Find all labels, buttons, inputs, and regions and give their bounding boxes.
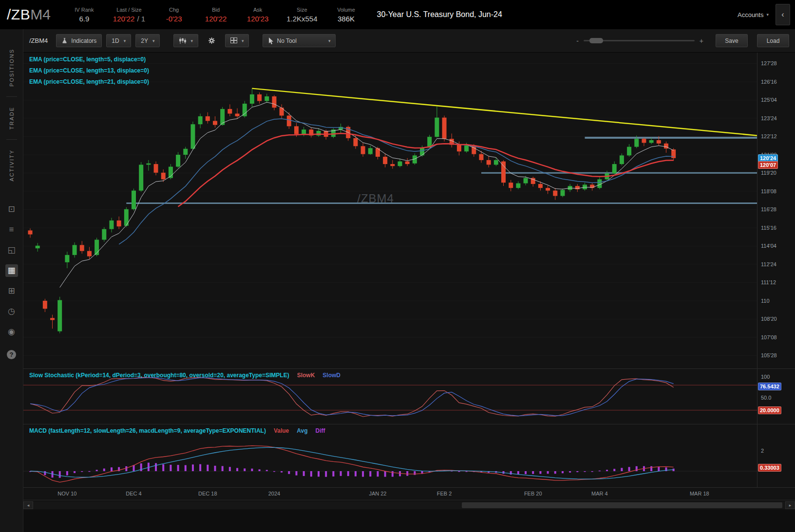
share-icon[interactable]: ◉ <box>5 326 18 338</box>
drawing-tool-dropdown[interactable]: No Tool ▾ <box>263 34 336 47</box>
axis-tick: 107'08 <box>761 334 777 340</box>
flexible-grid-icon[interactable]: ⊞ <box>5 285 18 297</box>
chevron-down-icon: ▾ <box>152 38 155 43</box>
scroll-left-icon[interactable]: ◂ <box>23 501 33 509</box>
chevron-down-icon: ▾ <box>190 38 193 43</box>
chart-panel: /ZBM4 Indicators 1D ▾ 2Y ▾ <box>23 29 795 532</box>
zoom-in-button[interactable]: + <box>700 37 703 45</box>
time-axis-label: 2024 <box>268 491 280 496</box>
macd-pane[interactable]: MACD (fastLength=12, slowLength=26, macd… <box>23 424 757 488</box>
help-icon[interactable]: ? <box>7 350 16 359</box>
divider <box>6 96 17 97</box>
stat-volume: Volume 386K <box>333 7 360 23</box>
sidebar-tab-trade[interactable]: TRADE <box>9 100 15 136</box>
stochastic-axis[interactable]: 10050.076.543220.0000 <box>757 369 795 424</box>
time-axis-label: NOV 10 <box>57 491 76 496</box>
chart-scrollbar[interactable]: ◂ ▸ <box>23 500 795 510</box>
stat-ask: Ask 120'23 <box>245 7 271 23</box>
positions-box-icon[interactable]: ◱ <box>5 244 18 257</box>
indicators-flask-icon <box>61 37 68 44</box>
time-axis-label: MAR 4 <box>591 491 608 496</box>
macd-axis[interactable]: 20.33003 <box>757 424 795 488</box>
orders-list-icon[interactable]: ≡ <box>5 223 18 236</box>
timeframe-dropdown[interactable]: 1D ▾ <box>106 34 131 47</box>
zoom-out-button[interactable]: - <box>576 37 579 45</box>
price-chart-canvas <box>23 53 757 368</box>
gear-icon <box>208 37 215 44</box>
symbol-month-code: M4 <box>30 6 51 23</box>
chart-symbol-label: /ZBM4 <box>29 37 48 44</box>
save-button[interactable]: Save <box>716 34 748 47</box>
stat-iv-rank: IV Rank 6.9 <box>71 7 97 23</box>
scrollbar-thumb[interactable] <box>462 502 782 508</box>
axis-tick: 116'28 <box>761 206 776 212</box>
history-clock-icon[interactable]: ◷ <box>5 305 18 318</box>
sidebar-tab-activity[interactable]: ACTIVITY <box>9 143 15 188</box>
time-axis-label: FEB 20 <box>524 491 542 496</box>
chart-toolbar: /ZBM4 Indicators 1D ▾ 2Y ▾ <box>23 29 795 53</box>
monitor-icon[interactable]: ⊡ <box>5 203 18 216</box>
time-axis-label: JAN 22 <box>369 491 386 496</box>
time-axis-label: MAR 18 <box>690 491 709 496</box>
stat-change: Chg -0'23 <box>161 7 187 23</box>
quote-header: /ZB M4 IV Rank 6.9 Last / Size 120'22 / … <box>0 0 795 29</box>
price-axis[interactable]: 127'28126'16125'04123'24122'12121'00119'… <box>757 53 795 369</box>
axis-tick: 123'24 <box>761 115 777 121</box>
stat-size: Size 1.2Kx554 <box>286 7 317 23</box>
grid-layout-dropdown[interactable]: ▾ <box>225 34 249 47</box>
axis-tick: 112'24 <box>761 261 776 267</box>
zoom-control: - + <box>576 37 703 45</box>
axis-tick: 114'04 <box>761 243 776 249</box>
chart-type-dropdown[interactable]: ▾ <box>173 34 198 47</box>
time-axis-label: DEC 4 <box>126 491 141 496</box>
chevron-down-icon: ▾ <box>766 12 769 17</box>
chart-settings-button[interactable] <box>203 34 221 47</box>
macd-canvas <box>23 424 757 487</box>
left-sidebar: POSITIONS TRADE ACTIVITY ⊡≡◱▦⊞◷◉ ? <box>0 29 23 532</box>
chevron-down-icon: ▾ <box>328 38 331 43</box>
accounts-menu[interactable]: Accounts ▾ <box>738 11 769 18</box>
price-pane[interactable]: EMA (price=CLOSE, length=5, displace=0) … <box>23 53 757 369</box>
stochastic-canvas <box>23 369 757 424</box>
stochastic-pane[interactable]: Slow Stochastic (kPeriod=14, dPeriod=3, … <box>23 369 757 424</box>
time-axis-label: DEC 18 <box>198 491 217 496</box>
axis-tick: 2 <box>761 448 764 454</box>
axis-tick: 108'20 <box>761 316 777 322</box>
axis-tick: 115'16 <box>761 225 776 231</box>
axis-price-bubble: 76.5432 <box>758 383 781 390</box>
axis-tick: 100 <box>761 374 770 380</box>
chevron-down-icon: ▾ <box>242 38 244 43</box>
divider <box>6 139 17 140</box>
chevron-left-icon: ‹ <box>781 10 784 19</box>
axis-tick: 110 <box>761 298 770 304</box>
axis-tick: 118'08 <box>761 188 776 194</box>
bottom-filler <box>23 510 795 532</box>
scroll-right-icon[interactable]: ▸ <box>785 501 795 509</box>
collapse-panel-button[interactable]: ‹ <box>776 4 790 25</box>
indicators-button[interactable]: Indicators <box>56 34 102 47</box>
stat-last-size: Last / Size 120'22 / 1 <box>113 7 145 23</box>
axis-tick: 105'28 <box>761 352 777 358</box>
axis-tick: 111'12 <box>761 279 776 285</box>
cursor-icon <box>268 37 273 44</box>
chart-icon[interactable]: ▦ <box>5 264 18 277</box>
grid-layout-icon <box>230 37 237 44</box>
axis-price-bubble: 20.0000 <box>758 406 781 414</box>
candlestick-chart-icon <box>179 37 186 44</box>
time-axis[interactable]: NOV 10DEC 4DEC 182024JAN 22FEB 2FEB 20MA… <box>23 488 795 500</box>
axis-tick: 126'16 <box>761 79 777 85</box>
zoom-slider-handle[interactable] <box>589 38 603 43</box>
sidebar-icon-stack: ⊡≡◱▦⊞◷◉ <box>5 199 18 342</box>
zoom-slider[interactable] <box>584 40 695 41</box>
axis-price-bubble: 120'07 <box>758 161 778 169</box>
stat-bid: Bid 120'22 <box>203 7 229 23</box>
load-button[interactable]: Load <box>757 34 789 47</box>
time-axis-label: FEB 2 <box>437 491 452 496</box>
scrollbar-track[interactable] <box>33 501 785 509</box>
axis-tick: 122'12 <box>761 133 777 139</box>
axis-tick: 119'20 <box>761 170 776 176</box>
range-dropdown[interactable]: 2Y ▾ <box>135 34 160 47</box>
axis-tick: 127'28 <box>761 60 777 66</box>
symbol-root: /ZB <box>7 6 30 23</box>
sidebar-tab-positions[interactable]: POSITIONS <box>9 42 15 93</box>
